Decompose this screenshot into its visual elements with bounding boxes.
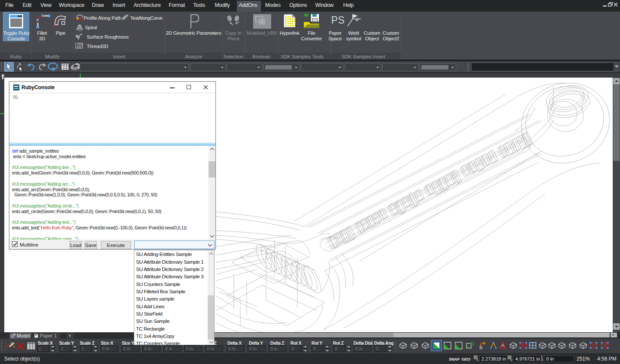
svg-text:x: x: [477, 358, 478, 361]
svg-text:z: z: [541, 358, 543, 361]
svg-text:y: y: [511, 358, 512, 361]
